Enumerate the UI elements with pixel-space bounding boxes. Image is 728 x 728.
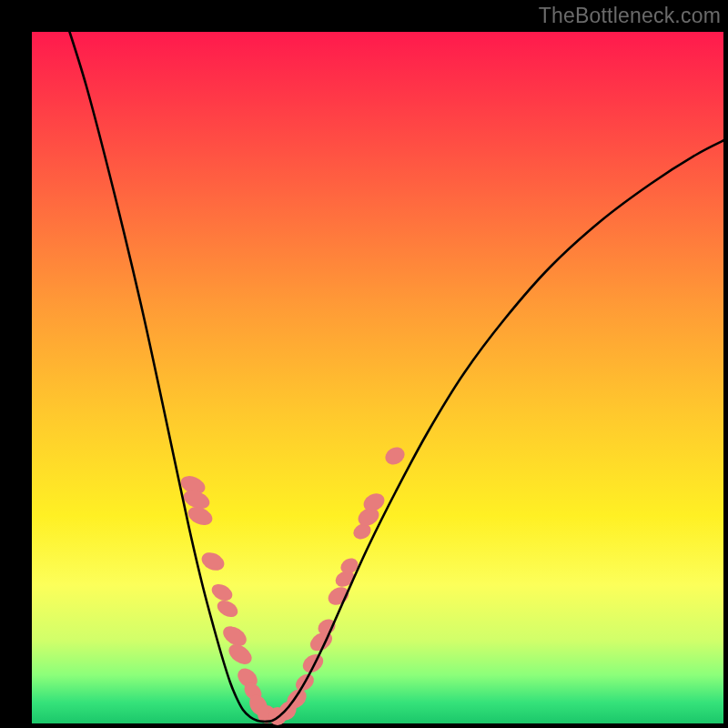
bead bbox=[215, 597, 241, 620]
chart-svg bbox=[32, 32, 723, 723]
right-curve bbox=[265, 139, 726, 722]
bead bbox=[382, 444, 408, 469]
bead bbox=[209, 581, 236, 603]
chart-frame: TheBottleneck.com bbox=[0, 0, 728, 728]
bead bbox=[198, 549, 227, 573]
beads-group bbox=[178, 444, 408, 725]
watermark-text: TheBottleneck.com bbox=[539, 4, 721, 28]
bead bbox=[325, 583, 352, 609]
bead bbox=[299, 651, 327, 676]
plot-area bbox=[32, 32, 723, 723]
